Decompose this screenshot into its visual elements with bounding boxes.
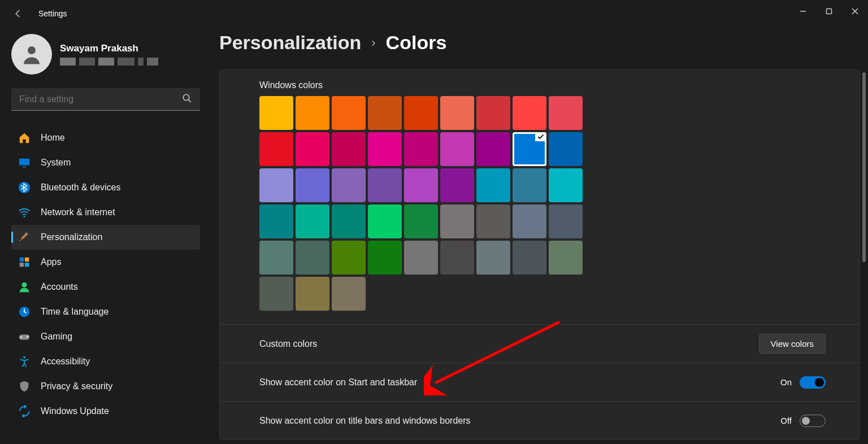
color-swatch[interactable]: [476, 96, 510, 130]
color-swatch[interactable]: [332, 204, 366, 238]
color-swatch[interactable]: [440, 168, 474, 202]
gamepad-icon: [18, 330, 31, 343]
color-swatch[interactable]: [440, 132, 474, 166]
color-swatch[interactable]: [368, 132, 402, 166]
color-swatch[interactable]: [404, 96, 438, 130]
color-swatch[interactable]: [440, 96, 474, 130]
color-swatch[interactable]: [332, 168, 366, 202]
color-swatch[interactable]: [404, 132, 438, 166]
color-swatch[interactable]: [368, 96, 402, 130]
color-swatch[interactable]: [513, 241, 546, 275]
custom-colors-row[interactable]: Custom colors View colors: [220, 324, 860, 363]
maximize-button[interactable]: [816, 0, 842, 23]
windows-colors-section: Windows colors: [220, 70, 860, 324]
svg-rect-6: [23, 166, 26, 167]
sidebar-item-label: Home: [41, 133, 65, 143]
color-swatch[interactable]: [296, 96, 329, 130]
color-swatch[interactable]: [440, 241, 474, 275]
svg-line-4: [188, 99, 191, 102]
sidebar-item-windows-update[interactable]: Windows Update: [11, 399, 200, 424]
color-swatch[interactable]: [296, 241, 329, 275]
color-swatch[interactable]: [332, 132, 366, 166]
color-swatch[interactable]: [513, 132, 546, 166]
profile-name: Swayam Prakash: [60, 43, 158, 54]
color-swatch[interactable]: [549, 204, 583, 238]
windows-colors-label: Windows colors: [259, 80, 820, 90]
sidebar-item-bluetooth-devices[interactable]: Bluetooth & devices: [11, 175, 200, 200]
search-box[interactable]: [11, 88, 200, 111]
color-swatch[interactable]: [259, 204, 293, 238]
breadcrumb-parent[interactable]: Personalization: [219, 32, 361, 54]
sidebar-item-network-internet[interactable]: Network & internet: [11, 200, 200, 225]
sidebar-item-accessibility[interactable]: Accessibility: [11, 349, 200, 374]
sidebar: Swayam Prakash HomeSystemBluetooth & dev…: [0, 34, 203, 424]
color-swatch[interactable]: [476, 132, 510, 166]
close-button[interactable]: [842, 0, 868, 23]
color-swatch[interactable]: [296, 132, 329, 166]
minimize-button[interactable]: [790, 0, 816, 23]
color-swatch[interactable]: [259, 168, 293, 202]
user-icon: [18, 281, 31, 293]
window-controls: [790, 0, 868, 23]
color-swatch[interactable]: [259, 241, 293, 275]
sidebar-item-personalization[interactable]: Personalization: [11, 225, 200, 250]
wifi-icon: [18, 206, 31, 219]
app-title: Settings: [38, 9, 67, 18]
color-swatch[interactable]: [296, 204, 329, 238]
sidebar-item-home[interactable]: Home: [11, 125, 200, 150]
sidebar-item-gaming[interactable]: Gaming: [11, 324, 200, 349]
color-swatch[interactable]: [513, 168, 546, 202]
color-swatch[interactable]: [549, 168, 583, 202]
accent-start-taskbar-row[interactable]: Show accent color on Start and taskbar O…: [220, 363, 860, 401]
accent-titlebars-row[interactable]: Show accent color on title bars and wind…: [220, 401, 860, 439]
apps-icon: [18, 256, 31, 268]
color-swatch[interactable]: [368, 168, 402, 202]
sidebar-item-system[interactable]: System: [11, 150, 200, 175]
sidebar-item-label: Network & internet: [41, 207, 115, 217]
view-colors-button[interactable]: View colors: [759, 334, 826, 354]
color-swatch[interactable]: [404, 241, 438, 275]
back-button[interactable]: [11, 7, 25, 20]
accent-titlebars-toggle[interactable]: [800, 415, 826, 427]
color-swatch[interactable]: [476, 204, 510, 238]
color-swatch[interactable]: [368, 204, 402, 238]
color-swatch[interactable]: [259, 96, 293, 130]
profile[interactable]: Swayam Prakash: [11, 34, 199, 75]
sidebar-item-label: Gaming: [41, 332, 72, 342]
accent-start-taskbar-toggle[interactable]: [800, 376, 826, 389]
shield-icon: [18, 380, 31, 393]
color-swatch[interactable]: [259, 132, 293, 166]
color-swatch[interactable]: [549, 241, 583, 275]
color-swatch[interactable]: [404, 168, 438, 202]
color-grid: [259, 96, 820, 311]
check-icon: [535, 132, 546, 141]
color-swatch[interactable]: [476, 241, 510, 275]
svg-rect-12: [20, 263, 24, 267]
titlebar: Settings: [0, 0, 868, 27]
color-swatch[interactable]: [332, 277, 366, 311]
svg-rect-10: [20, 258, 24, 262]
color-swatch[interactable]: [296, 277, 329, 311]
search-input[interactable]: [19, 94, 182, 105]
color-swatch[interactable]: [296, 168, 329, 202]
sidebar-item-label: Accounts: [41, 282, 78, 292]
color-swatch[interactable]: [404, 204, 438, 238]
brush-icon: [18, 231, 31, 243]
color-swatch[interactable]: [259, 277, 293, 311]
sidebar-item-privacy-security[interactable]: Privacy & security: [11, 374, 200, 399]
color-swatch[interactable]: [440, 204, 474, 238]
color-swatch[interactable]: [368, 241, 402, 275]
scrollbar-thumb[interactable]: [862, 72, 866, 262]
sidebar-item-time-language[interactable]: Time & language: [11, 299, 200, 324]
color-swatch[interactable]: [332, 241, 366, 275]
color-swatch[interactable]: [513, 96, 546, 130]
color-swatch[interactable]: [513, 204, 546, 238]
color-swatch[interactable]: [549, 132, 583, 166]
sidebar-item-accounts[interactable]: Accounts: [11, 275, 200, 299]
sidebar-item-label: Bluetooth & devices: [41, 182, 120, 193]
color-swatch[interactable]: [476, 168, 510, 202]
sidebar-item-label: Privacy & security: [41, 381, 112, 391]
color-swatch[interactable]: [332, 96, 366, 130]
color-swatch[interactable]: [549, 96, 583, 130]
sidebar-item-apps[interactable]: Apps: [11, 250, 200, 275]
